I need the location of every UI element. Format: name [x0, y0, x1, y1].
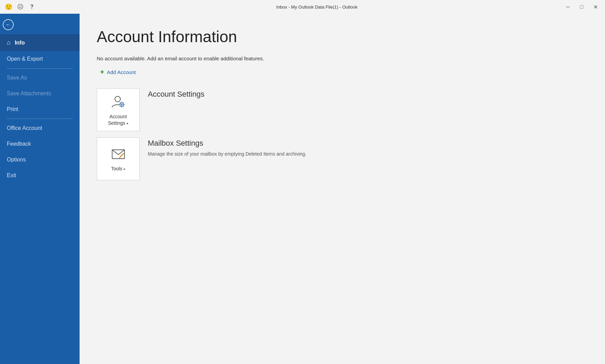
help-icon[interactable]: ?: [27, 2, 37, 12]
sidebar-item-office-account[interactable]: Office Account: [0, 120, 80, 136]
sidebar-item-exit[interactable]: Exit: [0, 168, 80, 183]
sidebar-item-print-label: Print: [7, 106, 18, 112]
sidebar-item-info-label: Info: [15, 40, 25, 46]
sidebar-item-info[interactable]: ⌂ Info: [0, 34, 80, 51]
divider-2: [7, 119, 73, 119]
sidebar-item-save-as-label: Save As: [7, 75, 27, 81]
sidebar-nav: ⌂ Info Open & Export Save As Save Attach…: [0, 34, 80, 364]
svg-point-0: [115, 96, 120, 102]
sidebar: ← ⌂ Info Open & Export Save As Save Atta…: [0, 14, 80, 364]
svg-line-10: [123, 103, 123, 104]
mailbox-settings-svg: [110, 146, 127, 163]
sidebar-item-office-account-label: Office Account: [7, 125, 42, 131]
back-arrow-icon: ←: [5, 22, 11, 28]
mailbox-settings-card-label: Tools ▾: [111, 166, 126, 172]
sidebar-item-open-export-label: Open & Export: [7, 56, 43, 62]
mailbox-settings-desc: Manage the size of your mailbox by empty…: [148, 150, 306, 158]
sidebar-item-options[interactable]: Options: [0, 152, 80, 168]
sidebar-item-save-as: Save As: [0, 70, 80, 86]
sidebar-item-feedback-label: Feedback: [7, 141, 31, 147]
title-bar: 🙂 ☹ ? Inbox - My Outlook Data File(1) - …: [0, 0, 605, 14]
home-icon: ⌂: [7, 39, 11, 46]
account-settings-card: AccountSettings ▾ Account Settings: [97, 88, 588, 131]
svg-point-3: [121, 104, 122, 105]
window-controls: ─ □ ✕: [562, 1, 602, 13]
sidebar-item-open-export[interactable]: Open & Export: [0, 51, 80, 67]
restore-button[interactable]: □: [576, 1, 588, 13]
account-settings-card-label: AccountSettings ▾: [108, 113, 128, 126]
mailbox-settings-text: Mailbox Settings Manage the size of your…: [148, 137, 306, 158]
account-settings-text: Account Settings: [148, 88, 204, 101]
sidebar-item-print[interactable]: Print: [0, 101, 80, 117]
add-icon: +: [100, 68, 104, 76]
happy-face-icon[interactable]: 🙂: [3, 2, 14, 12]
add-account-button[interactable]: + Add Account: [97, 66, 139, 78]
mailbox-settings-icon-box[interactable]: Tools ▾: [97, 137, 140, 180]
sidebar-item-options-label: Options: [7, 157, 26, 162]
add-account-label: Add Account: [107, 69, 136, 75]
svg-line-9: [123, 106, 123, 107]
mailbox-settings-title: Mailbox Settings: [148, 139, 306, 148]
account-settings-icon-box[interactable]: AccountSettings ▾: [97, 88, 140, 131]
minimize-button[interactable]: ─: [562, 1, 574, 13]
back-button[interactable]: ←: [0, 16, 16, 33]
sidebar-item-save-attachments-label: Save Attachments: [7, 90, 51, 96]
back-circle-icon: ←: [3, 19, 14, 30]
mailbox-settings-card: Tools ▾ Mailbox Settings Manage the size…: [97, 137, 588, 180]
sidebar-item-feedback[interactable]: Feedback: [0, 136, 80, 152]
close-button[interactable]: ✕: [589, 1, 602, 13]
divider-1: [7, 68, 73, 69]
svg-line-11: [120, 106, 120, 107]
sad-face-icon[interactable]: ☹: [15, 2, 25, 12]
account-settings-svg: [110, 94, 127, 111]
sidebar-item-exit-label: Exit: [7, 172, 16, 178]
page-title: Account Information: [97, 27, 588, 46]
svg-line-8: [120, 103, 120, 104]
app-body: ← ⌂ Info Open & Export Save As Save Atta…: [0, 14, 605, 364]
account-settings-title: Account Settings: [148, 90, 204, 99]
no-account-message: No account available. Add an email accou…: [97, 56, 588, 61]
sidebar-item-save-attachments: Save Attachments: [0, 86, 80, 101]
main-content: Account Information No account available…: [80, 14, 605, 364]
window-title: Inbox - My Outlook Data File(1) - Outloo…: [72, 4, 562, 10]
svg-line-13: [120, 154, 123, 157]
